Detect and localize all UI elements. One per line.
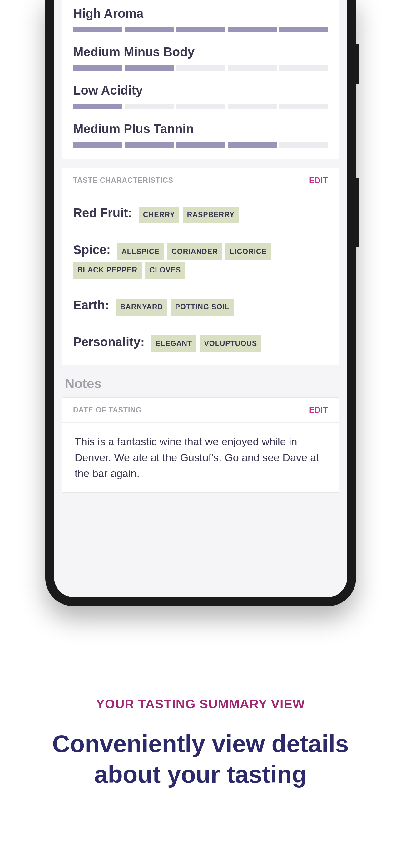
notes-header-label: DATE OF TASTING	[73, 406, 142, 414]
taste-card-header: TASTE CHARACTERISTICS EDIT	[62, 168, 339, 193]
taste-row: Earth: BARNYARD POTTING SOIL	[73, 293, 328, 317]
taste-tag: LICORICE	[226, 243, 271, 260]
attribute-meter	[73, 104, 328, 110]
attributes-card: High AromaMedium Minus BodyLow AcidityMe…	[62, 0, 339, 159]
taste-row-label: Red Fruit:	[73, 206, 136, 220]
taste-row: Red Fruit: CHERRY RASPBERRY	[73, 201, 328, 225]
meter-segment	[279, 27, 328, 32]
meter-segment	[125, 27, 174, 32]
taste-tag: BARNYARD	[116, 299, 168, 316]
meter-segment	[125, 142, 174, 148]
attribute-row: Medium Plus Tannin	[73, 122, 328, 148]
taste-row-label: Personality:	[73, 335, 148, 349]
taste-tag: CLOVES	[145, 262, 186, 279]
attribute-label: High Aroma	[73, 6, 328, 21]
meter-segment	[73, 104, 122, 110]
taste-tag: ALLSPICE	[117, 243, 164, 260]
taste-tag: CHERRY	[139, 207, 179, 223]
taste-tag: RASPBERRY	[183, 207, 239, 223]
phone-side-button	[356, 44, 359, 84]
taste-tag: BLACK PEPPER	[73, 262, 142, 279]
attribute-meter	[73, 142, 328, 148]
taste-tag: POTTING SOIL	[171, 299, 234, 316]
meter-segment	[279, 65, 328, 71]
meter-segment	[125, 104, 174, 110]
attribute-meter	[73, 27, 328, 32]
taste-row: Personality: ELEGANT VOLUPTUOUS	[73, 330, 328, 354]
taste-row: Spice: ALLSPICE CORIANDER LICORICE BLACK…	[73, 238, 328, 281]
app-screen: High AromaMedium Minus BodyLow AcidityMe…	[54, 0, 347, 597]
taste-tag: ELEGANT	[151, 335, 196, 352]
attribute-label: Low Acidity	[73, 84, 328, 97]
marketing-headline: Conveniently view details about your tas…	[25, 728, 376, 789]
taste-row-label: Spice:	[73, 243, 114, 256]
taste-row-label: Earth:	[73, 298, 113, 312]
meter-segment	[176, 142, 225, 148]
notes-card-header: DATE OF TASTING EDIT	[62, 398, 339, 423]
meter-segment	[176, 104, 225, 110]
phone-frame: High AromaMedium Minus BodyLow AcidityMe…	[45, 0, 356, 606]
meter-segment	[228, 142, 277, 148]
meter-segment	[176, 27, 225, 32]
meter-segment	[176, 65, 225, 71]
notes-card: DATE OF TASTING EDIT This is a fantastic…	[62, 398, 339, 493]
marketing-section: YOUR TASTING SUMMARY VIEW Conveniently v…	[0, 697, 401, 789]
meter-segment	[228, 104, 277, 110]
edit-notes-button[interactable]: EDIT	[309, 406, 328, 415]
taste-card: TASTE CHARACTERISTICS EDIT Red Fruit: CH…	[62, 168, 339, 365]
meter-segment	[228, 27, 277, 32]
phone-side-button	[356, 178, 359, 247]
taste-tag: VOLUPTUOUS	[200, 335, 261, 352]
meter-segment	[279, 142, 328, 148]
marketing-eyebrow: YOUR TASTING SUMMARY VIEW	[25, 697, 376, 711]
meter-segment	[73, 142, 122, 148]
taste-header-label: TASTE CHARACTERISTICS	[73, 176, 173, 185]
notes-section-title: Notes	[65, 376, 339, 391]
notes-body-text: This is a fantastic wine that we enjoyed…	[73, 431, 328, 485]
taste-tag: CORIANDER	[167, 243, 222, 260]
attribute-meter	[73, 65, 328, 71]
attribute-row: Low Acidity	[73, 84, 328, 110]
meter-segment	[73, 65, 122, 71]
attribute-row: Medium Minus Body	[73, 45, 328, 71]
attribute-label: Medium Plus Tannin	[73, 122, 328, 136]
meter-segment	[279, 104, 328, 110]
meter-segment	[73, 27, 122, 32]
meter-segment	[228, 65, 277, 71]
edit-taste-button[interactable]: EDIT	[309, 176, 328, 185]
attribute-row: High Aroma	[73, 6, 328, 32]
attribute-label: Medium Minus Body	[73, 45, 328, 59]
meter-segment	[125, 65, 174, 71]
